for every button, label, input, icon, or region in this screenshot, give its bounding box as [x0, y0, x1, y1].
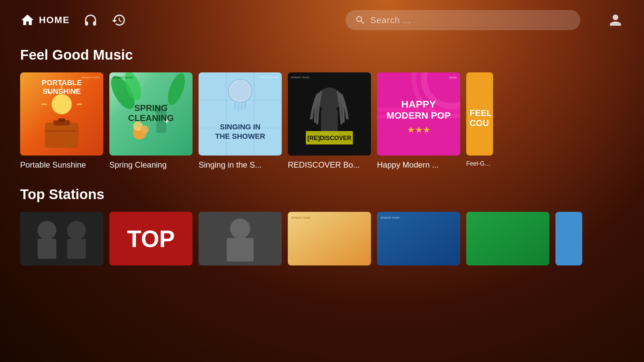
station-art-top: TOP — [109, 212, 193, 265]
station-card-6[interactable] — [466, 212, 549, 265]
user-icon[interactable] — [607, 12, 624, 28]
station-art-6 — [466, 212, 549, 265]
svg-point-56 — [67, 221, 86, 240]
card-label-rediscover: REDISCOVER Bo... — [288, 160, 371, 170]
card-happy-modern-pop[interactable]: music HAPPY MODERN POP ★★★ — [377, 72, 460, 170]
station-art-3 — [199, 212, 282, 265]
svg-text:SINGING IN: SINGING IN — [220, 123, 260, 131]
svg-text:COU: COU — [470, 118, 489, 128]
feel-good-cards-row: PORTABLE SUNSHINE Portable Sunshine — [20, 72, 624, 170]
svg-rect-65 — [377, 212, 460, 265]
station-art-amazon: amazon music — [377, 212, 460, 265]
card-portable-sunshine[interactable]: PORTABLE SUNSHINE Portable Sunshine — [20, 72, 103, 170]
svg-rect-57 — [67, 239, 86, 259]
card-feel-good-partial[interactable]: FEEL COU Feel-Go... — [466, 72, 493, 170]
card-label-happy-pop: Happy Modern ... — [377, 160, 460, 170]
amazon-badge-4 — [291, 76, 310, 79]
svg-text:SUNSHINE: SUNSHINE — [43, 87, 81, 96]
svg-text:THE SHOWER: THE SHOWER — [215, 132, 265, 140]
amazon-badge-5: music — [449, 76, 457, 79]
svg-text:SPRING: SPRING — [134, 103, 168, 113]
svg-rect-55 — [38, 239, 56, 259]
svg-rect-68 — [555, 212, 582, 265]
svg-text:PORTABLE: PORTABLE — [42, 78, 82, 87]
svg-text:amazon music: amazon music — [380, 216, 400, 219]
feel-good-partial-art: FEEL COU — [466, 72, 493, 156]
svg-text:CLEANING: CLEANING — [128, 113, 174, 123]
search-icon — [355, 15, 366, 25]
home-button[interactable]: HOME — [20, 13, 70, 27]
home-label: HOME — [39, 15, 70, 25]
shower-art: SINGING IN THE SHOWER — [199, 72, 282, 156]
station-card-partial[interactable] — [555, 212, 582, 265]
amazon-badge-3 — [260, 76, 278, 79]
card-label-portable-sunshine: Portable Sunshine — [20, 160, 103, 170]
station-card-amazon[interactable]: amazon music — [377, 212, 460, 265]
svg-point-14 — [164, 72, 189, 107]
rediscover-art: [RE]DISCOVER — [288, 72, 371, 156]
card-spring-cleaning[interactable]: ✦ SPRING CLEANING Spring Cleaning — [109, 72, 193, 170]
station-card-top[interactable]: TOP — [109, 212, 193, 265]
svg-text:[RE]DISCOVER: [RE]DISCOVER — [307, 135, 351, 141]
svg-point-0 — [52, 94, 72, 114]
amazon-badge-1 — [82, 76, 100, 79]
header: HOME Search ... — [0, 0, 644, 40]
svg-text:HAPPY: HAPPY — [401, 99, 436, 110]
svg-text:TOP: TOP — [127, 226, 175, 252]
portable-sunshine-art: PORTABLE SUNSHINE — [20, 72, 103, 156]
svg-text:FEEL: FEEL — [470, 108, 492, 118]
svg-rect-67 — [466, 212, 549, 265]
search-bar[interactable]: Search ... — [345, 10, 580, 30]
svg-rect-8 — [58, 118, 65, 122]
svg-rect-62 — [227, 238, 254, 261]
card-label-shower: Singing in the S... — [199, 160, 282, 170]
svg-text:MODERN POP: MODERN POP — [386, 110, 450, 121]
top-stations-section: Top Stations — [0, 170, 644, 265]
svg-text:amazon music: amazon music — [291, 216, 311, 219]
top-stations-cards-row: TOP — [20, 212, 624, 265]
top-stations-title: Top Stations — [20, 186, 624, 202]
happy-pop-art: HAPPY MODERN POP ★★★ — [377, 72, 460, 156]
station-art-partial — [555, 212, 582, 265]
home-icon — [20, 13, 35, 27]
headphones-icon[interactable] — [83, 13, 98, 27]
svg-point-17 — [141, 125, 149, 133]
station-card-1[interactable] — [20, 212, 103, 265]
card-rediscover[interactable]: [RE]DISCOVER REDISCOVER Bo... — [288, 72, 371, 170]
station-art-1 — [20, 212, 103, 265]
svg-point-61 — [230, 219, 250, 239]
feel-good-title: Feel Good Music — [20, 47, 624, 63]
history-icon[interactable] — [111, 13, 126, 27]
station-card-4[interactable]: amazon music — [288, 212, 371, 265]
svg-point-54 — [38, 221, 56, 240]
svg-rect-6 — [45, 123, 78, 148]
amazon-badge-2 — [113, 76, 133, 79]
svg-point-30 — [231, 81, 250, 100]
card-label-feel-good-partial: Feel-Go... — [466, 160, 493, 167]
station-art-4: amazon music — [288, 212, 371, 265]
station-card-3[interactable] — [199, 212, 282, 265]
search-placeholder: Search ... — [370, 15, 411, 25]
svg-rect-53 — [20, 212, 103, 265]
card-label-spring-cleaning: Spring Cleaning — [109, 160, 193, 170]
feel-good-section: Feel Good Music — [0, 40, 644, 170]
nav-left: HOME — [20, 13, 126, 27]
spring-cleaning-art: ✦ SPRING CLEANING — [109, 72, 193, 156]
svg-text:★★★: ★★★ — [407, 125, 430, 135]
svg-rect-63 — [288, 212, 371, 265]
card-singing-shower[interactable]: SINGING IN THE SHOWER Singing in the S..… — [199, 72, 282, 170]
